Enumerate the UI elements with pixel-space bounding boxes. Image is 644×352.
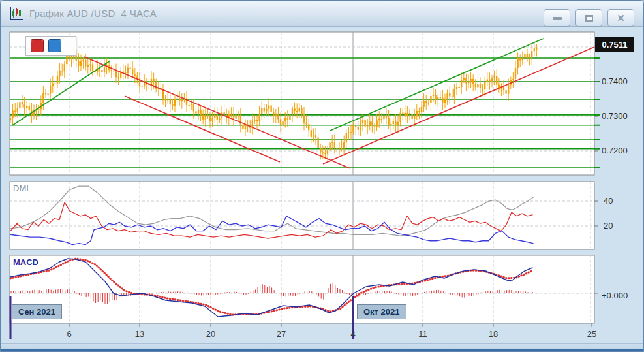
window-bottom-frame bbox=[1, 343, 643, 351]
price-chart-canvas[interactable] bbox=[1, 1, 644, 352]
x-axis-date-label: 13 bbox=[135, 329, 144, 339]
x-axis-date-label: 18 bbox=[489, 329, 498, 339]
blue-square-button[interactable] bbox=[48, 39, 61, 52]
x-axis-date-label: 11 bbox=[418, 329, 427, 339]
price-axis-label: 0.7200 bbox=[602, 146, 628, 155]
price-axis-label: 0.7300 bbox=[602, 111, 628, 121]
dmi-axis-label: 20 bbox=[604, 221, 613, 231]
dmi-pane-label: DMI bbox=[13, 184, 29, 193]
chart-legend-toolbar bbox=[25, 36, 76, 56]
chart-window: График AUD /USD 4 ЧАСА ✕ DMI MACD 0.7511… bbox=[0, 0, 644, 352]
price-axis-label: 0.7400 bbox=[602, 76, 628, 86]
x-axis-date-label: 6 bbox=[67, 329, 71, 339]
macd-pane-label: MACD bbox=[13, 257, 38, 267]
month-badge: Окт 2021 bbox=[357, 304, 406, 319]
x-axis-date-label: 27 bbox=[277, 329, 286, 339]
x-axis-date-label: 25 bbox=[587, 329, 596, 339]
x-axis-date-label: 20 bbox=[206, 329, 215, 339]
dmi-axis-label: 40 bbox=[604, 196, 613, 206]
red-square-button[interactable] bbox=[31, 39, 44, 52]
macd-axis-label: +0.000 bbox=[602, 291, 628, 300]
month-badge: Сен 2021 bbox=[12, 304, 62, 319]
x-axis-date-label: 4 bbox=[350, 329, 355, 339]
current-price-badge: 0.7511 bbox=[595, 37, 634, 52]
